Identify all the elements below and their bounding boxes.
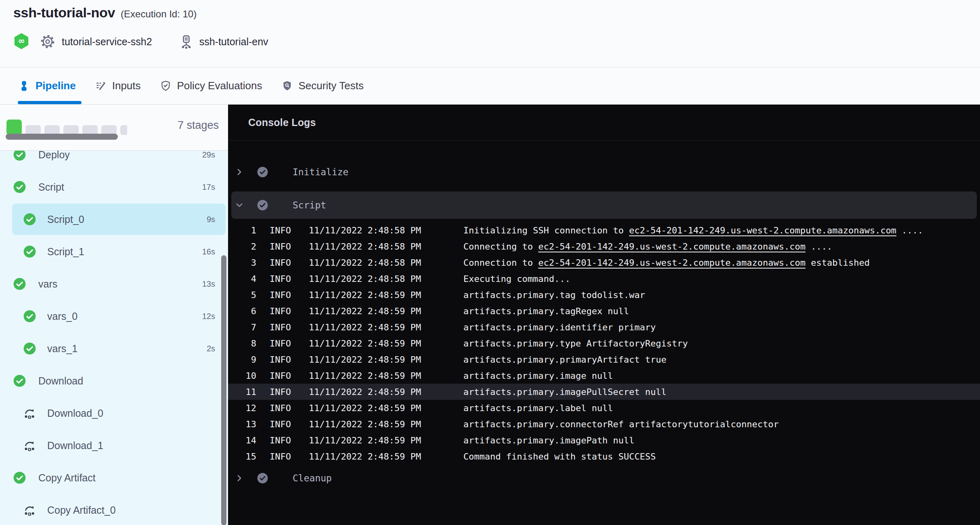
hostname-link[interactable]: ec2-54-201-142-249.us-west-2.compute.ama… [629,225,896,235]
log-message: artifacts.primary.image null [463,371,613,381]
stage-label: vars_1 [47,343,77,355]
main-split: 7 stages Deploy29sScript17sScript_09sScr… [0,105,980,525]
log-timestamp: 11/11/2022 2:48:59 PM [309,371,423,381]
stage-row-deploy[interactable]: Deploy29s [0,151,228,171]
stage-row-script[interactable]: Script17s [0,171,228,203]
security-shield-search-icon [282,80,293,91]
section-success-check-icon [257,200,268,211]
log-lines: 1INFO11/11/2022 2:48:58 PMInitializing S… [228,222,980,464]
log-timestamp: 11/11/2022 2:48:59 PM [309,306,423,316]
log-section-cleanup[interactable]: Cleanup [228,465,980,491]
command-step-icon [23,504,36,516]
stage-sidebar-header: 7 stages [0,105,228,151]
vertical-scrollbar[interactable] [221,255,226,525]
log-message: Command finished with status SUCCESS [463,452,656,462]
log-timestamp: 11/11/2022 2:48:58 PM [309,274,423,284]
log-timestamp: 11/11/2022 2:48:58 PM [309,242,423,252]
log-level: INFO [270,403,292,413]
stage-duration: 17s [202,183,215,192]
success-check-icon [23,310,36,323]
hostname-link[interactable]: ec2-54-201-142-249.us-west-2.compute.ama… [538,258,805,268]
log-message: Connection to ec2-54-201-142-249.us-west… [463,258,870,268]
tab-label: Security Tests [299,80,364,92]
log-line: 10INFO11/11/2022 2:48:59 PMartifacts.pri… [228,368,980,384]
stage-list: Deploy29sScript17sScript_09sScript_116sv… [0,151,228,525]
log-section-initialize[interactable]: Initialize [228,159,980,185]
success-check-icon [13,278,26,290]
environment-name[interactable]: ssh-tutorial-env [199,36,268,48]
log-message: Initializing SSH connection to ec2-54-20… [463,225,923,235]
log-message: artifacts.primary.label null [463,403,613,413]
step-row-copy-artifact-0[interactable]: Copy Artifact_0 [0,494,228,525]
tab-inputs[interactable]: Inputs [95,67,141,104]
stages-count-label: 7 stages [178,119,219,132]
log-level: INFO [270,225,292,235]
section-name: Script [293,200,326,210]
stage-row-copy-artifact[interactable]: Copy Artifact [0,462,228,494]
step-row-vars-1[interactable]: vars_12s [0,332,228,365]
log-timestamp: 11/11/2022 2:48:59 PM [309,403,423,413]
log-line-number: 13 [228,419,256,429]
log-level: INFO [270,338,292,349]
stage-label: vars_0 [47,311,77,322]
log-line: 8INFO11/11/2022 2:48:59 PMartifacts.prim… [228,335,980,351]
log-timestamp: 11/11/2022 2:48:59 PM [309,338,423,349]
step-row-script-1[interactable]: Script_116s [0,235,228,268]
tab-policy-evaluations[interactable]: Policy Evaluations [160,67,262,104]
log-line-number: 4 [228,274,256,284]
log-line: 4INFO11/11/2022 2:48:58 PMExecuting comm… [228,271,980,287]
stage-label: Copy Artifact [38,472,96,484]
log-timestamp: 11/11/2022 2:48:58 PM [309,225,423,235]
success-check-icon [13,472,26,484]
stage-row-download[interactable]: Download [0,365,228,397]
log-line: 1INFO11/11/2022 2:48:58 PMInitializing S… [228,222,980,238]
success-check-icon [23,342,36,355]
log-line-number: 1 [228,225,256,235]
section-name: Initialize [293,167,348,177]
stage-row-vars[interactable]: vars13s [0,268,228,300]
log-line-number: 9 [228,355,256,365]
service-name[interactable]: tutorial-service-ssh2 [62,36,152,48]
success-check-icon [13,151,26,161]
log-line: 11INFO11/11/2022 2:48:59 PMartifacts.pri… [228,384,980,400]
success-check-icon [13,181,26,193]
tab-security-tests[interactable]: Security Tests [282,67,364,104]
progress-segment-pending [120,125,127,135]
chevron-down-icon [235,201,243,209]
log-message: Connecting to ec2-54-201-142-249.us-west… [463,242,832,252]
horizontal-scrollbar[interactable] [6,134,118,140]
log-line: 5INFO11/11/2022 2:48:59 PMartifacts.prim… [228,287,980,303]
log-level: INFO [270,452,292,462]
log-message: artifacts.primary.connectorRef artifacto… [463,419,779,429]
tab-label: Inputs [112,80,141,92]
stage-label: Script_1 [47,246,84,258]
log-level: INFO [270,258,292,268]
log-timestamp: 11/11/2022 2:48:59 PM [309,290,423,300]
execution-meta-row: ∞ tutorial-service-ssh2 ssh-tutorial-env [13,32,268,52]
log-line-number: 15 [228,452,256,462]
log-message: artifacts.primary.identifier primary [463,322,656,332]
hostname-link[interactable]: ec2-54-201-142-249.us-west-2.compute.ama… [538,242,805,252]
stage-duration: 29s [202,151,215,160]
chevron-right-icon [235,168,243,176]
tab-pipeline[interactable]: Pipeline [19,67,76,104]
log-line: 9INFO11/11/2022 2:48:59 PMartifacts.prim… [228,351,980,368]
step-row-script-0[interactable]: Script_09s [0,203,228,235]
stage-progress-bar [6,118,127,135]
log-timestamp: 11/11/2022 2:48:58 PM [309,258,423,268]
log-message: artifacts.primary.tag todolist.war [463,290,645,300]
log-timestamp: 11/11/2022 2:48:59 PM [309,387,423,397]
service-gear-icon [40,34,55,49]
step-row-download-1[interactable]: Download_1 [0,429,228,462]
log-section-script[interactable]: Script [231,191,977,219]
log-level: INFO [270,371,292,381]
step-row-download-0[interactable]: Download_0 [0,397,228,429]
command-step-icon [23,439,36,452]
stage-duration: 16s [202,247,215,256]
step-row-vars-0[interactable]: vars_012s [0,300,228,332]
console-panel: Console Logs InitializeScript1INFO11/11/… [228,105,980,525]
log-timestamp: 11/11/2022 2:48:59 PM [309,419,423,429]
log-line-number: 10 [228,371,256,381]
log-line: 13INFO11/11/2022 2:48:59 PMartifacts.pri… [228,416,980,432]
log-line-number: 7 [228,322,256,332]
